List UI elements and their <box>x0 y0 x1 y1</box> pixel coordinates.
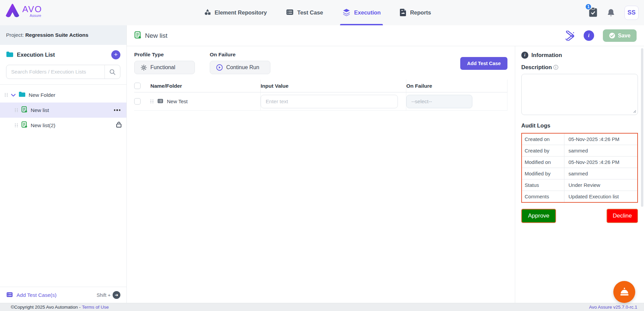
more-options-icon[interactable] <box>113 108 122 112</box>
avo-logo-icon <box>5 3 20 19</box>
on-failure-value: Continue Run <box>226 64 259 70</box>
nav-label: Element Repository <box>215 9 267 16</box>
nav-label: Reports <box>410 9 431 16</box>
profile-type-select[interactable]: Functional <box>134 61 195 74</box>
save-button[interactable]: Save <box>603 29 637 42</box>
page-title: New list <box>145 32 561 39</box>
magic-wand-icon <box>565 31 575 41</box>
play-circle-icon <box>216 64 223 71</box>
information-panel: i Information Description Audit Logs <box>515 46 644 303</box>
column-header-name-folder: Name/Folder <box>150 83 182 89</box>
service-bell-icon <box>619 287 630 297</box>
on-failure-row-select[interactable]: --select-- <box>406 95 472 108</box>
nav-reports[interactable]: Reports <box>400 0 431 25</box>
tree-item-label: New list <box>31 107 110 113</box>
search-button[interactable] <box>105 65 120 79</box>
panel-scrollbar[interactable] <box>641 48 643 207</box>
audit-logs-title: Audit Logs <box>521 122 638 129</box>
decline-button[interactable]: Decline <box>607 209 638 223</box>
drag-handle-icon[interactable] <box>5 93 8 97</box>
check-circle-icon <box>609 32 615 39</box>
info-icon: i <box>521 52 528 59</box>
search-input[interactable] <box>6 69 105 75</box>
logo-subtitle: Assure <box>30 14 42 18</box>
project-bar: Project: Regression Suite Actions <box>0 25 126 45</box>
arrow-right-icon: ➜ <box>113 291 120 299</box>
avo-assure-logo[interactable]: AVO Assure <box>5 3 42 19</box>
chevron-down-icon[interactable] <box>11 92 16 98</box>
shortcut-label: Shift + <box>96 292 111 298</box>
test-case-table: Name/Folder Input Value On Failure <box>134 80 507 111</box>
add-test-cases-link[interactable]: Add Test Case(s) <box>17 292 93 298</box>
folder-icon <box>19 91 26 98</box>
top-navbar: AVO Assure Element Repository Test Case <box>0 0 644 25</box>
report-document-icon <box>400 8 407 18</box>
notifications-bell-button[interactable] <box>607 8 615 17</box>
nav-test-case[interactable]: Test Case <box>286 0 323 25</box>
audit-row: Created on 05-Nov-2025 :4:26 PM <box>522 134 637 145</box>
execution-tree: New Folder New list <box>0 84 126 133</box>
tree-item-new-folder[interactable]: New Folder <box>0 87 126 103</box>
row-checkbox[interactable] <box>134 98 141 105</box>
tree-item-label: New list(2) <box>31 122 113 129</box>
info-icon: i <box>584 30 594 41</box>
on-failure-label: On Failure <box>210 52 270 58</box>
bell-icon <box>607 8 615 17</box>
audit-row: Modified on 05-Nov-2025 :4:26 PM <box>522 157 637 168</box>
folder-icon <box>6 51 13 58</box>
description-textarea[interactable] <box>521 74 638 115</box>
sidebar-search <box>6 65 120 79</box>
profile-type-label: Profile Type <box>134 52 195 58</box>
info-button[interactable]: i <box>584 30 594 41</box>
resize-grip-icon[interactable] <box>633 110 636 113</box>
execution-list-icon <box>134 31 142 40</box>
notification-count-badge: 1 <box>585 3 592 10</box>
on-failure-select[interactable]: Continue Run <box>210 61 270 74</box>
on-failure-group: On Failure Continue Run <box>210 52 270 74</box>
user-avatar[interactable]: SS <box>624 6 639 20</box>
execution-list-header: New list i Save <box>127 25 644 46</box>
add-test-case-button[interactable]: Add Test Case <box>460 57 507 70</box>
select-all-checkbox[interactable] <box>134 83 141 89</box>
execution-list-icon <box>21 106 28 114</box>
drag-handle-icon[interactable] <box>15 108 18 112</box>
audit-row: Comments Updated Execution list <box>522 191 637 202</box>
audit-row: Modified by sammed <box>522 168 637 179</box>
list-card-icon <box>286 8 294 18</box>
info-tooltip-icon <box>553 65 558 70</box>
approve-button[interactable]: Approve <box>521 209 556 223</box>
sidebar-section-title: Execution List <box>17 52 108 58</box>
support-bell-fab[interactable] <box>613 281 635 303</box>
test-case-name[interactable]: New Test <box>167 98 187 104</box>
logo-title: AVO <box>22 5 42 13</box>
add-execution-list-button[interactable]: + <box>111 50 120 59</box>
clipboard-check-icon <box>589 12 597 18</box>
app-version: Avo Assure v25.7.0-rc.1 <box>589 305 637 310</box>
input-value-field[interactable] <box>261 95 398 108</box>
navbar-actions: 1 SS <box>589 0 639 25</box>
nav-element-repository[interactable]: Element Repository <box>204 0 267 25</box>
nav-execution[interactable]: Execution <box>342 0 381 25</box>
profile-type-group: Profile Type Functional <box>134 52 195 74</box>
tools-wand-button[interactable] <box>565 31 575 41</box>
profile-type-value: Functional <box>150 64 175 70</box>
project-label: Project: <box>6 32 24 38</box>
review-queue-button[interactable]: 1 <box>589 7 597 18</box>
description-label: Description <box>521 64 552 70</box>
tree-item-label: New Folder <box>29 92 122 98</box>
drag-handle-icon[interactable] <box>150 100 154 104</box>
shapes-icon <box>204 8 211 17</box>
terms-of-use-link[interactable]: Terms of Use <box>82 305 109 310</box>
lock-icon <box>116 121 122 129</box>
layers-icon <box>342 8 351 18</box>
drag-handle-icon[interactable] <box>15 123 18 128</box>
tree-item-new-list[interactable]: New list <box>0 103 126 118</box>
tree-item-new-list-2[interactable]: New list(2) <box>0 118 126 133</box>
execution-list-icon <box>21 121 28 129</box>
audit-logs-table: Created on 05-Nov-2025 :4:26 PM Created … <box>521 133 638 203</box>
table-row: New Test --select-- <box>134 92 507 111</box>
add-test-cases-shortcut-row: Add Test Case(s) Shift + ➜ <box>0 287 126 303</box>
gear-icon <box>141 64 147 71</box>
search-icon <box>109 69 116 75</box>
footer: ©Copyright 2025 Avo Automation - Terms o… <box>0 303 644 311</box>
